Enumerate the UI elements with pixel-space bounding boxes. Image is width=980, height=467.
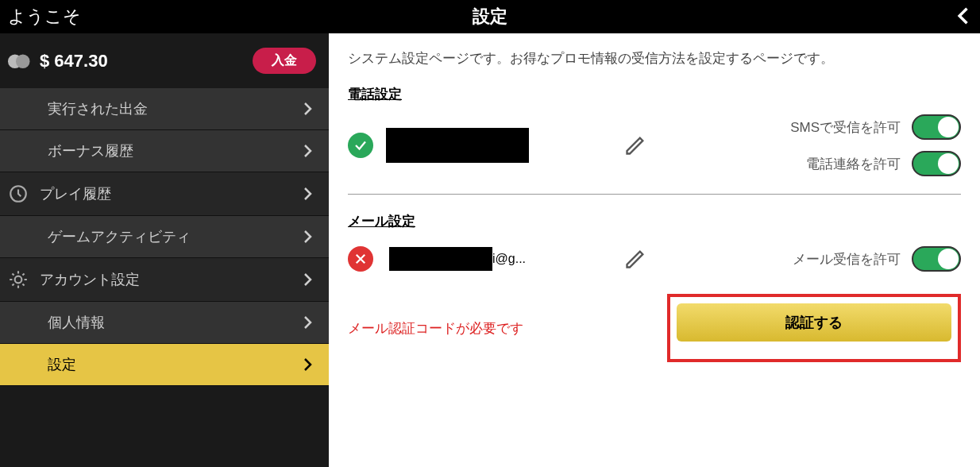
sms-toggle-label: SMSで受信を許可 <box>790 118 901 137</box>
verify-row: メール認証コードが必要です 認証する <box>348 294 961 362</box>
call-toggle[interactable] <box>912 151 961 176</box>
sidebar-item-0[interactable]: 実行された出金 <box>0 88 329 130</box>
back-icon[interactable] <box>953 5 975 29</box>
sidebar-item-label: 個人情報 <box>48 313 303 332</box>
check-icon <box>348 133 373 158</box>
page-title: 設定 <box>473 5 507 29</box>
verify-highlight-box: 認証する <box>667 294 961 362</box>
pencil-icon[interactable] <box>624 134 646 156</box>
sidebar-item-label: ゲームアクティビティ <box>48 227 303 246</box>
svg-point-1 <box>16 54 30 68</box>
sidebar-item-label: 実行された出金 <box>48 99 303 118</box>
pencil-icon[interactable] <box>624 248 646 270</box>
email-suffix: i@g... <box>492 252 526 266</box>
email-setting-row: i@g... メール受信を許可 <box>348 241 961 276</box>
svg-point-3 <box>15 276 22 284</box>
email-section-title: メール設定 <box>348 212 961 230</box>
content-panel: システム設定ページです。お得なプロモ情報の受信方法を設定するページです。 電話設… <box>329 33 980 467</box>
deposit-button[interactable]: 入金 <box>253 48 316 74</box>
email-value: i@g... <box>386 241 529 276</box>
chevron-right-icon <box>303 315 313 330</box>
chevron-right-icon <box>303 144 313 158</box>
sidebar-item-3[interactable]: ゲームアクティビティ <box>0 216 329 258</box>
welcome-text: ようこそ <box>0 5 81 29</box>
sidebar-item-1[interactable]: ボーナス履歴 <box>0 130 329 172</box>
balance-row: $ 647.30 入金 <box>0 33 329 88</box>
sidebar-item-label: プレイ履歴 <box>40 184 303 203</box>
top-bar: ようこそ 設定 <box>0 0 980 33</box>
sidebar-item-6[interactable]: 設定 <box>0 344 329 386</box>
email-toggle[interactable] <box>912 246 961 272</box>
sidebar-item-2[interactable]: プレイ履歴 <box>0 172 329 216</box>
sidebar-item-4[interactable]: アカウント設定 <box>0 258 329 302</box>
phone-setting-row: SMSで受信を許可 電話連絡を許可 <box>348 114 961 176</box>
cross-icon <box>348 246 373 272</box>
phone-section-title: 電話設定 <box>348 85 961 103</box>
call-toggle-label: 電話連絡を許可 <box>806 155 901 173</box>
chevron-right-icon <box>303 357 313 372</box>
sidebar-item-label: アカウント設定 <box>40 270 303 289</box>
phone-value-masked <box>386 128 529 163</box>
wallet-icon <box>8 52 32 70</box>
sms-toggle[interactable] <box>912 114 961 140</box>
sidebar-item-label: ボーナス履歴 <box>48 141 303 160</box>
sidebar-item-label: 設定 <box>48 355 303 374</box>
verify-message: メール認証コードが必要です <box>348 319 523 338</box>
divider <box>348 194 961 195</box>
clock-icon <box>8 183 29 204</box>
chevron-right-icon <box>303 187 313 201</box>
gear-icon <box>8 269 29 290</box>
email-toggle-label: メール受信を許可 <box>793 250 901 268</box>
chevron-right-icon <box>303 102 313 116</box>
sidebar-item-5[interactable]: 個人情報 <box>0 302 329 344</box>
verify-button[interactable]: 認証する <box>677 303 951 342</box>
chevron-right-icon <box>303 230 313 244</box>
chevron-right-icon <box>303 272 313 287</box>
description-text: システム設定ページです。お得なプロモ情報の受信方法を設定するページです。 <box>348 49 961 68</box>
balance-amount: $ 647.30 <box>40 51 253 71</box>
sidebar: $ 647.30 入金 実行された出金ボーナス履歴プレイ履歴ゲームアクティビティ… <box>0 33 329 467</box>
